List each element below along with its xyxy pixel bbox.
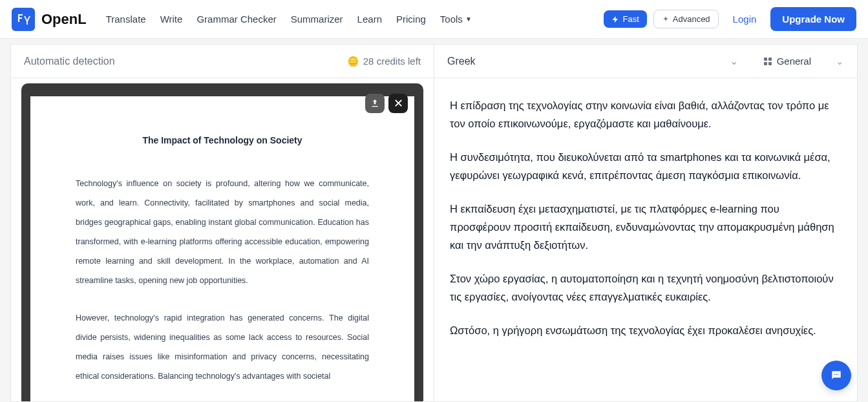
chat-fab[interactable] bbox=[821, 361, 851, 390]
source-panel: Automatic detection 🪙 28 credits left ✕ … bbox=[10, 44, 434, 402]
nav-learn[interactable]: Learn bbox=[357, 14, 382, 25]
header: OpenL Translate Write Grammar Checker Su… bbox=[0, 0, 868, 39]
header-actions: Fast Advanced Login Upgrade Now bbox=[604, 7, 856, 31]
target-style-label: General bbox=[777, 56, 811, 67]
fast-label: Fast bbox=[622, 14, 639, 24]
nav-summarizer[interactable]: Summarizer bbox=[291, 14, 343, 25]
nav-pricing[interactable]: Pricing bbox=[396, 14, 426, 25]
source-panel-head: Automatic detection 🪙 28 credits left bbox=[11, 45, 434, 78]
chat-icon bbox=[830, 369, 843, 382]
grid-icon bbox=[764, 58, 772, 65]
svg-point-2 bbox=[838, 374, 839, 376]
logo-icon bbox=[12, 8, 35, 31]
nav: Translate Write Grammar Checker Summariz… bbox=[106, 14, 604, 25]
target-panel: Greek ⌄ General ⌄ Η επίδραση της τεχνολο… bbox=[434, 44, 858, 402]
target-panel-head: Greek ⌄ General ⌄ bbox=[434, 45, 857, 78]
output-p5: Ωστόσο, η γρήγορη ενσωμάτωση της τεχνολο… bbox=[450, 321, 842, 339]
output-body[interactable]: Η επίδραση της τεχνολογίας στην κοινωνία… bbox=[434, 78, 857, 401]
output-p3: Η εκπαίδευση έχει μετασχηματιστεί, με τι… bbox=[450, 200, 842, 254]
target-style-select[interactable]: General ⌄ bbox=[764, 56, 844, 67]
coin-icon: 🪙 bbox=[347, 56, 359, 67]
document-actions: ✕ bbox=[365, 94, 408, 113]
lightning-icon bbox=[611, 16, 619, 23]
target-language-label: Greek bbox=[447, 56, 476, 67]
nav-write[interactable]: Write bbox=[160, 14, 183, 25]
advanced-label: Advanced bbox=[673, 14, 710, 24]
target-language-select[interactable]: Greek ⌄ bbox=[447, 55, 757, 67]
document-title: The Impact of Technology on Society bbox=[76, 135, 369, 145]
main: Automatic detection 🪙 28 credits left ✕ … bbox=[0, 39, 868, 402]
nav-grammar[interactable]: Grammar Checker bbox=[196, 14, 276, 25]
nav-tools[interactable]: Tools ▼ bbox=[440, 14, 472, 25]
chevron-down-icon: ▼ bbox=[465, 16, 472, 23]
upload-icon bbox=[370, 98, 380, 109]
upgrade-button[interactable]: Upgrade Now bbox=[770, 7, 856, 31]
document-p2: However, technology's rapid integration … bbox=[76, 308, 369, 386]
output-p4: Στον χώρο εργασίας, η αυτοματοποίηση και… bbox=[450, 270, 842, 306]
sparkle-icon bbox=[662, 16, 670, 23]
close-icon: ✕ bbox=[394, 96, 403, 111]
login-link[interactable]: Login bbox=[733, 14, 757, 25]
chevron-down-icon: ⌄ bbox=[836, 56, 844, 67]
source-body: ✕ The Impact of Technology on Society Te… bbox=[11, 78, 434, 401]
fast-pill[interactable]: Fast bbox=[604, 10, 646, 28]
svg-point-1 bbox=[836, 374, 837, 376]
logo[interactable]: OpenL bbox=[12, 8, 87, 31]
nav-tools-label: Tools bbox=[440, 14, 463, 25]
close-button[interactable]: ✕ bbox=[388, 94, 408, 113]
brand-name: OpenL bbox=[41, 11, 87, 28]
detection-label[interactable]: Automatic detection bbox=[24, 56, 341, 67]
advanced-pill[interactable]: Advanced bbox=[653, 10, 719, 28]
chevron-down-icon: ⌄ bbox=[730, 55, 738, 67]
svg-point-0 bbox=[834, 374, 836, 376]
document-frame: ✕ The Impact of Technology on Society Te… bbox=[21, 83, 423, 401]
document-p1: Technology's influence on society is pro… bbox=[76, 174, 369, 290]
document-text: Technology's influence on society is pro… bbox=[76, 174, 369, 386]
output-p2: Η συνδεσιμότητα, που διευκολύνεται από τ… bbox=[450, 148, 842, 184]
nav-translate[interactable]: Translate bbox=[106, 14, 146, 25]
credits-text: 28 credits left bbox=[363, 56, 421, 67]
upload-button[interactable] bbox=[365, 94, 385, 113]
output-p1: Η επίδραση της τεχνολογίας στην κοινωνία… bbox=[450, 96, 842, 132]
credits-badge: 🪙 28 credits left bbox=[347, 56, 421, 67]
document-page[interactable]: The Impact of Technology on Society Tech… bbox=[30, 96, 414, 401]
